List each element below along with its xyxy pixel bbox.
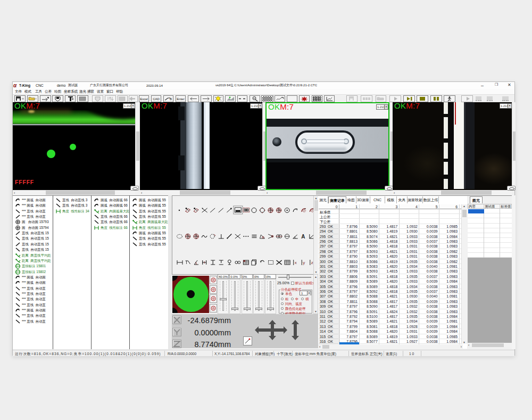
- svg-text:B: B: [170, 97, 172, 101]
- svg-text:y: y: [303, 260, 305, 265]
- svg-text:A: A: [301, 234, 305, 240]
- svg-text:x: x: [295, 260, 297, 265]
